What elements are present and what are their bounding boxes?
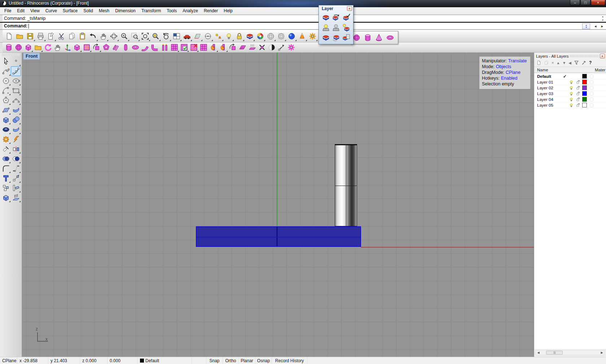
command-prev-button[interactable]: ◄ — [594, 25, 597, 28]
menu-solid[interactable]: Solid — [80, 8, 96, 14]
layer-dialog-button[interactable] — [341, 32, 351, 43]
lock-button[interactable] — [234, 31, 245, 41]
copy-layer-icon[interactable] — [544, 60, 549, 65]
command-spinner[interactable]: ▲▼ — [582, 23, 590, 29]
ts-swirl-button[interactable] — [43, 43, 53, 52]
record-history-toggle[interactable]: Record History — [272, 357, 307, 364]
left-toolbar-grip[interactable] — [2, 53, 19, 56]
menu-view[interactable]: View — [27, 8, 43, 14]
ts-bend-button[interactable] — [140, 43, 150, 52]
box-tool-button[interactable] — [1, 115, 11, 125]
extrude-tool-button[interactable] — [11, 193, 21, 203]
rotate-view-button[interactable] — [109, 31, 119, 41]
curve-tool-button-selected[interactable] — [11, 66, 21, 76]
ts-fan-button[interactable] — [111, 43, 121, 52]
scroll-left-icon[interactable]: ◀ — [536, 351, 541, 354]
osnap-toggle[interactable]: Osnap — [255, 357, 272, 364]
menu-dimension[interactable]: Dimension — [112, 8, 139, 14]
scrollbar-thumb[interactable] — [546, 351, 563, 355]
ts-rotate-button[interactable] — [92, 43, 101, 52]
layer-palette-close-button[interactable]: × — [347, 6, 352, 11]
move-left-icon[interactable]: ◀ — [568, 61, 571, 65]
ts-gear-button[interactable] — [286, 43, 296, 52]
snap-toggle[interactable]: Snap — [206, 357, 223, 364]
menu-render[interactable]: Render — [201, 8, 221, 14]
layer-row-02[interactable]: Layer 02 — [534, 85, 606, 91]
circle-tool-button[interactable] — [1, 76, 11, 86]
arc-tool-button[interactable] — [1, 86, 11, 96]
car-button[interactable] — [182, 31, 192, 41]
ts-capsule-button[interactable] — [121, 43, 131, 52]
boolean-difference-button[interactable] — [11, 154, 21, 164]
column-material[interactable]: Mater — [595, 68, 605, 72]
new-file-button[interactable] — [4, 31, 14, 41]
fillet-curve-button[interactable] — [1, 164, 11, 173]
pan-button[interactable] — [98, 31, 109, 41]
menu-file[interactable]: File — [1, 8, 14, 14]
ts-check-grid-button[interactable] — [179, 43, 189, 52]
layer-color-swatch[interactable] — [582, 91, 587, 96]
blue-box-object[interactable] — [196, 226, 361, 247]
point-tool-button[interactable] — [11, 57, 21, 66]
layer-on-bulb-icon[interactable] — [569, 85, 574, 90]
selection-filter-button[interactable] — [297, 31, 307, 41]
ts-columns-button[interactable] — [160, 43, 170, 52]
planar-toggle[interactable]: Planar — [239, 357, 255, 364]
ts-grid-button[interactable] — [170, 43, 179, 52]
layer-button[interactable] — [245, 31, 255, 41]
layer-dots-button[interactable] — [331, 32, 341, 43]
layer-material-circle[interactable] — [589, 74, 594, 79]
undo-button[interactable] — [88, 31, 98, 41]
ortho-toggle[interactable]: Ortho — [223, 357, 239, 364]
patch-surface-button[interactable] — [1, 105, 11, 115]
layer-row-03[interactable]: Layer 03 — [534, 91, 606, 97]
primitive-cone-button[interactable] — [373, 32, 385, 43]
surface-sheet-button[interactable] — [11, 125, 21, 134]
menu-analyze[interactable]: Analyze — [180, 8, 201, 14]
explode-tool-button[interactable] — [11, 134, 21, 144]
paste-button[interactable] — [77, 31, 88, 41]
rectangle-tool-button[interactable] — [11, 86, 21, 96]
layer-material-circle[interactable] — [589, 92, 594, 96]
layers-panel-close-button[interactable]: × — [600, 54, 605, 58]
menu-transform[interactable]: Transform — [139, 8, 164, 14]
current-layer-pane[interactable]: Default — [138, 357, 192, 364]
select-tool-button[interactable] — [1, 57, 11, 66]
move-up-icon[interactable]: ▲ — [556, 61, 560, 65]
zoom-dynamic-button[interactable] — [119, 31, 129, 41]
ts-axis-button[interactable] — [62, 43, 72, 52]
layer-row-default[interactable]: Default ✓ — [534, 74, 606, 79]
layer-color-swatch[interactable] — [582, 74, 587, 79]
options-button[interactable] — [307, 31, 318, 41]
plugin-tool-button[interactable] — [1, 134, 11, 144]
menu-surface[interactable]: Surface — [60, 8, 80, 14]
ellipse-tool-button[interactable] — [11, 76, 21, 86]
layer-unlocked-icon[interactable] — [576, 85, 580, 90]
ts-obj-folder-button[interactable] — [33, 43, 43, 52]
osnap-button[interactable] — [213, 31, 224, 41]
menu-mesh[interactable]: Mesh — [96, 8, 112, 14]
layer-material-circle[interactable] — [589, 103, 594, 107]
layer-color-swatch[interactable] — [582, 97, 587, 102]
torus-tool-button[interactable] — [1, 125, 11, 134]
ts-ring-button[interactable] — [131, 43, 140, 52]
ts-grid2-button[interactable] — [199, 43, 208, 52]
layer-row-05[interactable]: Layer 05 — [534, 102, 606, 108]
ts-hand-button[interactable] — [53, 43, 62, 52]
layer-off-button[interactable] — [331, 22, 341, 32]
layer-new-button[interactable] — [321, 12, 331, 22]
ts-pipe-button[interactable] — [150, 43, 160, 52]
layer-color-swatch[interactable] — [582, 80, 587, 84]
layers-panel-grip[interactable] — [570, 55, 598, 57]
ts-box-points-button[interactable] — [72, 43, 82, 52]
primitive-cylinder-button[interactable] — [362, 32, 373, 43]
layer-on-bulb-icon[interactable] — [569, 80, 574, 85]
command-history-scrollbar[interactable]: ▲▼ — [600, 15, 605, 21]
layer-color-swatch[interactable] — [582, 103, 587, 107]
save-button[interactable] — [25, 31, 35, 41]
layer-unlocked-icon[interactable] — [576, 97, 580, 102]
solid-tools-button[interactable] — [1, 193, 11, 203]
rendered-view-button[interactable] — [286, 31, 297, 41]
layer-lock-button[interactable] — [321, 32, 331, 43]
viewport-title[interactable]: Front — [23, 53, 40, 59]
